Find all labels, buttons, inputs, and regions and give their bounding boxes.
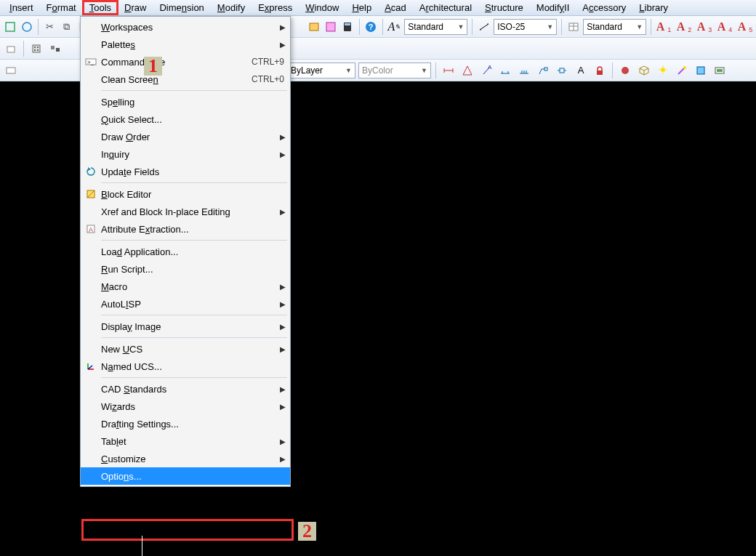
annotation-style-2[interactable]: A2 <box>676 19 692 35</box>
svg-rect-3 <box>326 23 335 31</box>
menu-item-command-line[interactable]: >_Command LineCTRL+9 <box>81 53 290 70</box>
menu-dimension[interactable]: Dimension <box>153 1 210 15</box>
lock-icon[interactable] <box>592 63 608 78</box>
menu-item-xref-and-block-in-place-editing[interactable]: Xref and Block In-place Editing▶ <box>81 203 290 220</box>
toolbar-icon[interactable] <box>3 41 19 57</box>
light-icon[interactable] <box>655 63 671 78</box>
menu-item-label: Named UCS... <box>101 361 162 372</box>
textstyle-icon[interactable]: A✎ <box>387 19 402 35</box>
separator <box>612 63 613 78</box>
menu-item-cad-standards[interactable]: CAD Standards▶ <box>81 380 290 398</box>
dim-icon[interactable] <box>535 63 551 78</box>
dim-linear-icon[interactable] <box>441 63 457 78</box>
submenu-arrow-icon: ▶ <box>280 41 286 49</box>
plotstyle-combo[interactable]: ByColor▼ <box>358 63 431 78</box>
dim-icon[interactable]: A <box>573 63 589 78</box>
menu-item-clean-screen[interactable]: Clean ScreenCTRL+0 <box>81 70 290 88</box>
svg-rect-2 <box>310 23 318 31</box>
toolbar-icon[interactable] <box>693 63 709 78</box>
help-icon[interactable]: ? <box>364 19 378 35</box>
toolbar-icon[interactable] <box>3 19 17 35</box>
menu-item-drafting-settings[interactable]: Drafting Settings... <box>81 415 290 432</box>
toolbar-icon[interactable] <box>47 41 63 57</box>
menu-structure[interactable]: Structure <box>478 1 530 15</box>
menu-item-options[interactable]: Options... <box>81 467 290 485</box>
menu-item-label: Xref and Block In-place Editing <box>101 206 230 217</box>
menu-item-run-script[interactable]: Run Script... <box>81 260 290 278</box>
annotation-style-3[interactable]: A3 <box>696 19 712 35</box>
dim-icon[interactable] <box>554 63 570 78</box>
menu-item-macro[interactable]: Macro▶ <box>81 278 290 295</box>
svg-marker-23 <box>463 66 472 75</box>
copy-icon[interactable]: ⧉ <box>60 19 73 35</box>
dim-icon[interactable]: A <box>478 63 494 78</box>
caret-icon: ▼ <box>345 67 352 74</box>
menu-item-wizards[interactable]: Wizards▶ <box>81 398 290 415</box>
menu-item-named-ucs[interactable]: Named UCS... <box>81 358 290 375</box>
menu-item-update-fields[interactable]: Update Fields <box>81 163 290 180</box>
annotation-style-5[interactable]: A5 <box>737 19 753 35</box>
menu-modifyii[interactable]: ModifyII <box>530 1 576 15</box>
wand-icon[interactable] <box>674 63 690 78</box>
menu-item-quick-select[interactable]: Quick Select... <box>81 110 290 128</box>
menu-item-workspaces[interactable]: Workspaces▶ <box>81 18 290 36</box>
menu-format[interactable]: Format <box>40 1 83 15</box>
menu-item-block-editor[interactable]: Block Editor <box>81 185 290 203</box>
tablestyle-icon[interactable] <box>566 19 580 35</box>
dim-style-combo[interactable]: ISO-25▼ <box>494 19 557 35</box>
menu-item-load-application[interactable]: Load Application... <box>81 243 290 260</box>
svg-rect-19 <box>7 68 15 73</box>
menu-item-autolisp[interactable]: AutoLISP▶ <box>81 295 290 313</box>
menu-architectural[interactable]: Architectural <box>413 1 478 15</box>
toolbar-icon[interactable] <box>28 41 44 57</box>
menu-draw[interactable]: Draw <box>118 1 153 15</box>
menu-accessory[interactable]: Accessory <box>576 1 632 15</box>
menu-item-inquiry[interactable]: Inquiry▶ <box>81 145 290 163</box>
menu-library[interactable]: Library <box>632 1 675 15</box>
annotation-style-4[interactable]: A4 <box>717 19 733 35</box>
menu-item-draw-order[interactable]: Draw Order▶ <box>81 128 290 145</box>
menu-item-tablet[interactable]: Tablet▶ <box>81 432 290 450</box>
render-icon[interactable] <box>617 63 633 78</box>
text-style-combo[interactable]: Standard▼ <box>404 19 467 35</box>
tools-menu-dropdown: Workspaces▶Palettes▶>_Command LineCTRL+9… <box>80 16 291 487</box>
calculator-icon[interactable] <box>341 19 355 35</box>
toolbar-icon[interactable] <box>20 19 33 35</box>
svg-rect-36 <box>597 70 603 75</box>
block-icon <box>85 188 97 200</box>
attr-icon: A <box>85 223 97 235</box>
menu-help[interactable]: Help <box>345 1 378 15</box>
menu-item-new-ucs[interactable]: New UCS▶ <box>81 340 290 358</box>
menu-acad[interactable]: Acad <box>378 1 413 15</box>
dim-icon[interactable] <box>459 63 475 78</box>
menu-item-display-image[interactable]: Display Image▶ <box>81 318 290 335</box>
menu-item-label: New UCS <box>101 344 142 355</box>
menu-insert[interactable]: Insert <box>3 1 40 15</box>
annotation-style-1[interactable]: A1 <box>656 19 672 35</box>
menu-modify[interactable]: Modify <box>211 1 252 15</box>
menu-tools[interactable]: Tools <box>83 1 118 15</box>
toolbar-icon[interactable] <box>307 19 321 35</box>
menu-item-attribute-extraction[interactable]: AAttribute Extraction... <box>81 220 290 238</box>
dim-icon[interactable] <box>516 63 532 78</box>
menu-item-palettes[interactable]: Palettes▶ <box>81 36 290 53</box>
menu-window[interactable]: Window <box>299 1 345 15</box>
submenu-arrow-icon: ▶ <box>280 385 286 393</box>
toolbar-icon[interactable] <box>3 63 19 78</box>
menu-item-spelling[interactable]: Spelling <box>81 93 290 110</box>
cut-icon[interactable]: ✂ <box>43 19 57 35</box>
combo-value: ByLayer <box>291 65 323 76</box>
menu-separator <box>101 315 287 315</box>
table-style-combo[interactable]: Standard▼ <box>583 19 646 35</box>
separator <box>23 41 24 57</box>
cube-icon[interactable] <box>636 63 652 78</box>
dim-icon[interactable] <box>497 63 513 78</box>
toolbar-icon[interactable] <box>324 19 338 35</box>
menu-express[interactable]: Express <box>252 1 299 15</box>
dimstyle-icon[interactable] <box>477 19 491 35</box>
svg-rect-5 <box>345 23 350 25</box>
menu-item-customize[interactable]: Customize▶ <box>81 450 290 467</box>
svg-rect-14 <box>37 47 39 48</box>
toolbar-icon[interactable] <box>712 63 728 78</box>
menu-item-label: Block Editor <box>101 189 151 200</box>
